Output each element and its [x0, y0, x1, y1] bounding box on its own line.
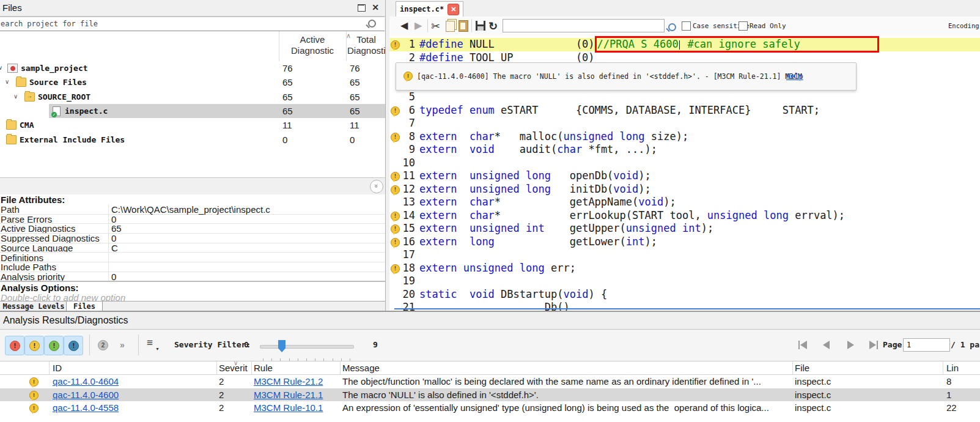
- diagnostic-row[interactable]: !qac-11.4.0-46042M3CM Rule-21.2The objec…: [0, 375, 980, 388]
- paste-icon[interactable]: [459, 20, 468, 32]
- code-line[interactable]: 7: [389, 117, 980, 130]
- tooltip-help-link[interactable]: Help: [786, 72, 803, 81]
- rule-link[interactable]: M3CM Rule-10.1: [254, 402, 323, 413]
- diagnostic-id-link[interactable]: qac-11.4.0-4604: [53, 376, 119, 387]
- first-page-button[interactable]: [798, 341, 807, 349]
- column-header-active-diagnostic[interactable]: ActiveDiagnostic: [280, 34, 345, 56]
- filter-severity-yellow-button[interactable]: !: [24, 336, 44, 355]
- code-token: );: [638, 183, 650, 195]
- tree-row-label: inspect.c: [65, 106, 108, 116]
- expand-chevron-icon[interactable]: ∨: [13, 93, 18, 100]
- reload-icon[interactable]: ↻: [488, 20, 498, 33]
- line-number: 16: [393, 235, 415, 249]
- rule-link[interactable]: M3CM Rule-21.1: [254, 390, 323, 400]
- line-number: 12: [393, 183, 415, 196]
- red-warning-icon: !: [10, 341, 20, 351]
- close-panel-icon[interactable]: ✕: [372, 2, 379, 12]
- attribute-row: Suppressed Diagnostics0: [0, 233, 385, 243]
- diagnostic-id-link[interactable]: qac-11.4.0-4558: [53, 402, 119, 413]
- code-line[interactable]: !6typedef enum eSTART {COMMS, DATABASE, …: [389, 104, 980, 117]
- tree-row[interactable]: CMA1111: [0, 118, 385, 132]
- code-token: #define: [419, 51, 463, 64]
- code-token: unsigned: [463, 262, 514, 274]
- code-line[interactable]: !12extern unsigned long initDb(void);: [389, 183, 980, 196]
- prev-page-button[interactable]: [823, 341, 830, 349]
- copy-icon[interactable]: [446, 21, 455, 32]
- case-sensitive-checkbox[interactable]: [682, 21, 691, 31]
- search-icon: [368, 20, 376, 28]
- severity-slider-track[interactable]: [260, 345, 354, 349]
- menu-icon[interactable]: ≡: [147, 337, 153, 349]
- more-filters-icon[interactable]: »: [120, 340, 125, 350]
- tree-row[interactable]: inspect.c6565: [0, 104, 385, 118]
- code-text: extern unsigned long openDb(void);: [419, 169, 651, 183]
- rule-link[interactable]: M3CM Rule-21.2: [254, 376, 323, 387]
- code-line[interactable]: 5: [389, 91, 980, 104]
- code-area[interactable]: !1#define NULL (0)//PRQA S 4600 #can ign…: [389, 35, 980, 311]
- tree-row[interactable]: External Include Files00: [0, 133, 385, 147]
- float-panel-icon[interactable]: [358, 4, 366, 12]
- suppressed-count-icon[interactable]: 2: [98, 340, 108, 350]
- editor-search-input[interactable]: [503, 19, 665, 32]
- folder-icon: [16, 78, 26, 87]
- cut-icon[interactable]: ✂: [431, 20, 440, 33]
- code-line[interactable]: 10: [389, 157, 980, 170]
- tree-row[interactable]: ∨Source Files6565: [0, 75, 385, 89]
- col-id[interactable]: ID: [53, 363, 62, 373]
- code-line[interactable]: 19: [389, 275, 980, 288]
- files-panel-titlebar: Files ✕: [0, 0, 385, 17]
- col-line[interactable]: Lin: [946, 363, 959, 373]
- tab-inspect-c[interactable]: inspect.c* ✕: [396, 1, 463, 17]
- code-line[interactable]: !16extern long getLower(int);: [389, 235, 980, 249]
- col-severity[interactable]: Severit: [219, 363, 248, 373]
- line-number: 15: [393, 222, 415, 235]
- severity-slider-handle[interactable]: [278, 340, 286, 352]
- diagnostic-row[interactable]: !qac-11.4.0-45582M3CM Rule-10.1An expres…: [0, 401, 980, 415]
- filter-severity-blue-button[interactable]: !: [64, 336, 83, 355]
- filter-severity-green-button[interactable]: !: [44, 336, 64, 355]
- code-line[interactable]: !15extern unsigned int getUpper(unsigned…: [389, 222, 980, 235]
- code-line[interactable]: !8extern char* malloc(unsigned long size…: [389, 130, 980, 144]
- tree-row[interactable]: ∨SOURCE_ROOT6565: [0, 90, 385, 104]
- attribute-label: Source Language: [1, 243, 109, 253]
- tree-row[interactable]: ∨sample_project7676: [0, 61, 385, 75]
- read-only-checkbox[interactable]: [739, 21, 748, 31]
- line-number: 7: [393, 117, 415, 130]
- code-token: [520, 222, 526, 234]
- expand-chevron-icon[interactable]: ∨: [0, 64, 2, 71]
- code-token: extern: [419, 235, 457, 248]
- code-line[interactable]: !18extern unsigned long err;: [389, 262, 980, 275]
- code-line[interactable]: 9extern void audit(char *fmt, ...);: [389, 143, 980, 157]
- project-file-search-input[interactable]: earch project for file: [0, 17, 385, 31]
- col-file[interactable]: File: [795, 363, 809, 373]
- code-line[interactable]: 17: [389, 248, 980, 262]
- active-diagnostic-count: 76: [282, 63, 293, 73]
- code-token: *fmt, ...);: [582, 143, 657, 155]
- navigate-back-icon[interactable]: ◀: [400, 20, 408, 31]
- code-token: [457, 183, 469, 195]
- code-line[interactable]: 20static void DBstartup(void) {: [389, 288, 980, 302]
- collapse-attributes-button[interactable]: »: [370, 180, 383, 193]
- severity-value: 2: [219, 390, 224, 400]
- diagnostic-row[interactable]: !qac-11.4.0-46002M3CM Rule-21.1The macro…: [0, 388, 980, 402]
- save-icon[interactable]: [476, 21, 485, 31]
- code-text: extern long getLower(int);: [419, 235, 657, 249]
- code-line[interactable]: !11extern unsigned long openDb(void);: [389, 169, 980, 183]
- last-page-button[interactable]: [869, 341, 878, 349]
- code-line[interactable]: !1#define NULL (0)//PRQA S 4600 #can ign…: [389, 38, 980, 51]
- code-line[interactable]: 13extern char* getAppName(void);: [389, 196, 980, 209]
- diagnostic-id-link[interactable]: qac-11.4.0-4600: [53, 390, 119, 400]
- next-page-button[interactable]: [847, 341, 854, 349]
- editor-search-icon[interactable]: [668, 23, 676, 31]
- filter-severity-red-button[interactable]: !: [5, 336, 24, 355]
- severity-filter-label: Severity Filter:: [174, 340, 251, 349]
- navigate-forward-icon[interactable]: ▶: [414, 20, 422, 31]
- column-header-total-diagnostic[interactable]: TotalDiagnostic: [347, 34, 385, 56]
- close-tab-icon[interactable]: ✕: [448, 4, 459, 15]
- warning-icon: !: [403, 72, 413, 81]
- code-line[interactable]: !14extern char* errLookup(START tool, un…: [389, 209, 980, 223]
- expand-chevron-icon[interactable]: ∨: [5, 78, 9, 85]
- page-number-input[interactable]: 1: [903, 338, 950, 352]
- col-message[interactable]: Message: [342, 363, 380, 373]
- col-rule[interactable]: Rule: [254, 363, 273, 373]
